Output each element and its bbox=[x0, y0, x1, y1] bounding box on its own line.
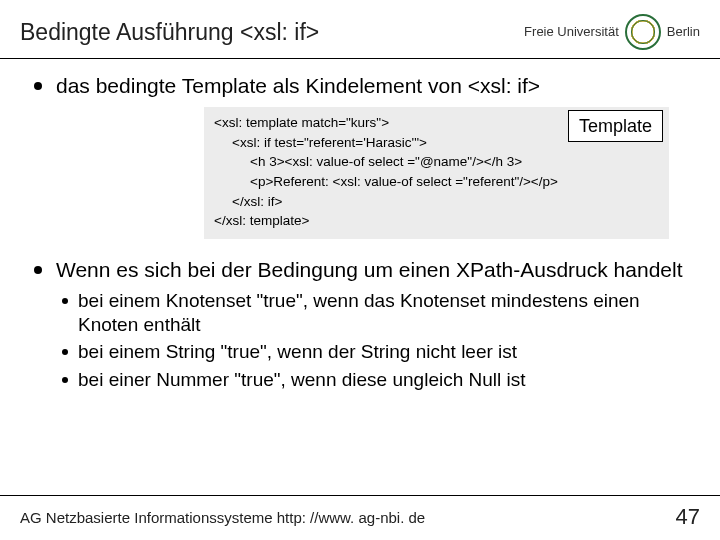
code-line: <h 3><xsl: value-of select ="@name"/></h… bbox=[214, 152, 659, 172]
template-badge: Template bbox=[568, 110, 663, 142]
slide-header: Bedingte Ausführung <xsl: if> Freie Univ… bbox=[0, 0, 720, 59]
seal-icon bbox=[625, 14, 661, 50]
logo-text: Freie Universität bbox=[524, 25, 619, 39]
slide-title: Bedingte Ausführung <xsl: if> bbox=[20, 19, 319, 46]
code-block: Template <xsl: template match="kurs"> <x… bbox=[204, 107, 669, 238]
sub-dot-icon bbox=[62, 349, 68, 355]
logo-line2: Berlin bbox=[667, 25, 700, 39]
bullet-2-text: Wenn es sich bei der Bedingung um einen … bbox=[56, 257, 683, 283]
code-line: <p>Referent: <xsl: value-of select ="ref… bbox=[214, 172, 659, 192]
footer-text: AG Netzbasierte Informationssysteme http… bbox=[20, 509, 425, 526]
logo-text-2: Berlin bbox=[667, 25, 700, 39]
sub-bullet-3: bei einer Nummer "true", wenn diese ungl… bbox=[62, 368, 686, 392]
logo-line1: Freie Universität bbox=[524, 25, 619, 39]
sub-bullet-2-text: bei einem String "true", wenn der String… bbox=[78, 340, 517, 364]
slide-body: das bedingte Template als Kindelement vo… bbox=[0, 59, 720, 392]
sub-bullet-1-text: bei einem Knotenset "true", wenn das Kno… bbox=[78, 289, 686, 337]
sub-bullet-1: bei einem Knotenset "true", wenn das Kno… bbox=[62, 289, 686, 337]
sub-bullet-list: bei einem Knotenset "true", wenn das Kno… bbox=[62, 289, 686, 392]
bullet-1: das bedingte Template als Kindelement vo… bbox=[34, 73, 686, 99]
bullet-2: Wenn es sich bei der Bedingung um einen … bbox=[34, 257, 686, 283]
sub-bullet-2: bei einem String "true", wenn der String… bbox=[62, 340, 686, 364]
sub-dot-icon bbox=[62, 377, 68, 383]
page-number: 47 bbox=[676, 504, 700, 530]
university-logo: Freie Universität Berlin bbox=[524, 14, 700, 50]
bullet-dot-icon bbox=[34, 266, 42, 274]
code-line: </xsl: if> bbox=[214, 192, 659, 212]
bullet-1-text: das bedingte Template als Kindelement vo… bbox=[56, 73, 540, 99]
bullet-dot-icon bbox=[34, 82, 42, 90]
sub-bullet-3-text: bei einer Nummer "true", wenn diese ungl… bbox=[78, 368, 526, 392]
sub-dot-icon bbox=[62, 298, 68, 304]
slide-footer: AG Netzbasierte Informationssysteme http… bbox=[0, 495, 720, 540]
code-line: </xsl: template> bbox=[214, 211, 659, 231]
